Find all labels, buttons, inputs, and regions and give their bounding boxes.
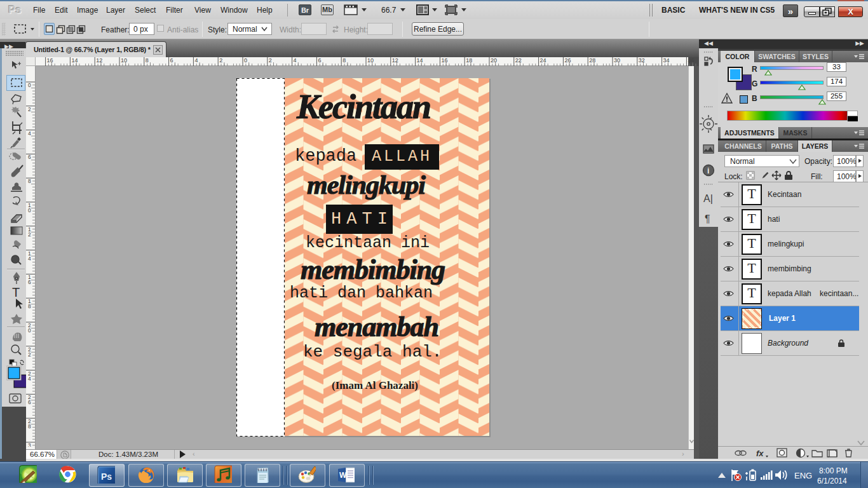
svg-text:36: 36 (688, 57, 694, 64)
svg-text:8: 8 (28, 423, 31, 430)
svg-text:0: 0 (28, 327, 31, 334)
svg-text:8: 8 (146, 57, 149, 64)
svg-text:8: 8 (28, 178, 31, 184)
svg-text:4: 4 (194, 57, 198, 64)
svg-text:8: 8 (28, 303, 31, 309)
svg-text:2: 2 (28, 351, 31, 358)
svg-text:14: 14 (71, 57, 78, 64)
svg-text:0: 0 (244, 57, 247, 64)
svg-text:2: 2 (219, 57, 222, 64)
svg-text:T: T (12, 285, 20, 299)
svg-text:4: 4 (294, 57, 297, 64)
svg-text:0: 0 (28, 82, 31, 88)
svg-text:34: 34 (663, 57, 670, 64)
svg-text:6: 6 (28, 279, 31, 285)
svg-text:18: 18 (466, 57, 472, 64)
svg-text:6: 6 (28, 399, 31, 405)
svg-text:30: 30 (614, 57, 620, 64)
svg-text:12: 12 (392, 57, 398, 64)
svg-text:2: 2 (269, 57, 272, 64)
svg-text:4: 4 (28, 130, 31, 137)
svg-text:16: 16 (47, 57, 53, 64)
svg-text:4: 4 (28, 376, 31, 382)
svg-text:12: 12 (96, 57, 102, 64)
svg-text:20: 20 (491, 57, 497, 64)
svg-text:6: 6 (318, 57, 321, 64)
svg-text:3: 3 (28, 442, 31, 447)
svg-text:32: 32 (639, 57, 645, 64)
svg-text:A|: A| (703, 193, 713, 204)
svg-text:Ps: Ps (101, 471, 112, 482)
svg-text:6: 6 (28, 154, 31, 160)
svg-text:24: 24 (540, 57, 546, 64)
svg-text:8: 8 (342, 57, 346, 64)
svg-text:4: 4 (28, 255, 31, 262)
svg-text:6: 6 (170, 57, 173, 64)
svg-text:22: 22 (515, 57, 522, 64)
svg-text:W: W (339, 471, 347, 480)
svg-text:28: 28 (589, 57, 595, 64)
svg-text:26: 26 (564, 57, 571, 64)
svg-text:i: i (707, 166, 709, 175)
svg-text:16: 16 (441, 57, 447, 64)
svg-text:10: 10 (367, 57, 374, 64)
svg-text:0: 0 (28, 207, 31, 214)
svg-text:fx: fx (756, 449, 764, 458)
svg-text:2: 2 (28, 106, 31, 112)
svg-text:¶: ¶ (705, 214, 710, 224)
svg-text:2: 2 (28, 231, 31, 238)
svg-text:14: 14 (417, 57, 423, 64)
svg-text:10: 10 (121, 57, 127, 64)
